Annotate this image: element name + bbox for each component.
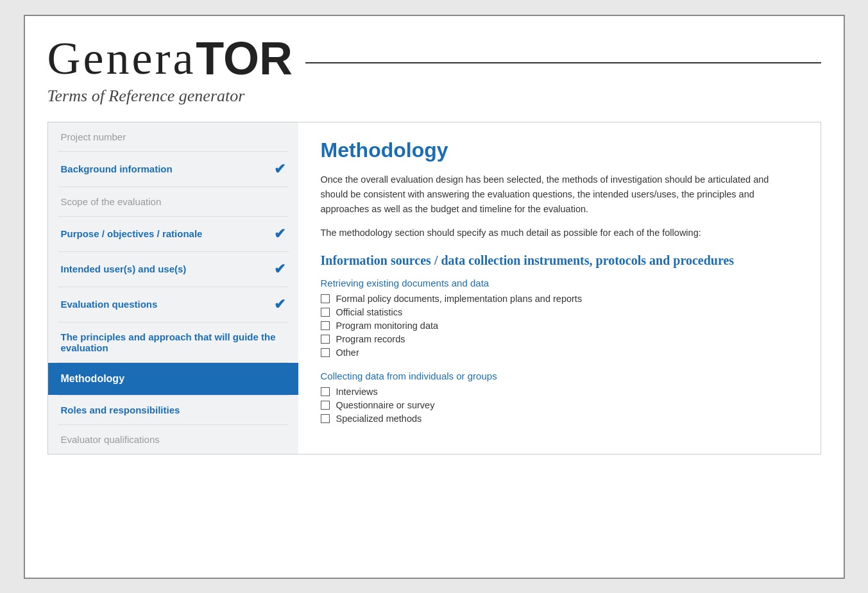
- logo-title: GeneraTOR: [47, 35, 293, 81]
- sidebar-item-principles[interactable]: The principles and approach that will gu…: [48, 322, 298, 362]
- list-item[interactable]: Program records: [321, 334, 798, 344]
- sidebar-item-background-information[interactable]: Background information ✔: [48, 152, 298, 187]
- checkbox-icon[interactable]: [321, 308, 330, 317]
- sidebar-item-purpose[interactable]: Purpose / objectives / rationale ✔: [48, 217, 298, 251]
- sidebar-item-label: Intended user(s) and use(s): [61, 263, 187, 274]
- list-item[interactable]: Official statistics: [321, 307, 798, 317]
- checkbox-icon[interactable]: [321, 321, 330, 330]
- subsection1-list: Formal policy documents, implementation …: [321, 294, 798, 358]
- sidebar-item-methodology[interactable]: Methodology: [48, 363, 298, 395]
- sidebar-item-project-number[interactable]: Project number: [48, 122, 298, 151]
- checkbox-icon[interactable]: [321, 335, 330, 344]
- list-item[interactable]: Interviews: [321, 387, 798, 397]
- checkbox-icon[interactable]: [321, 387, 330, 396]
- sidebar-item-scope[interactable]: Scope of the evaluation: [48, 187, 298, 216]
- sidebar-item-label: Purpose / objectives / rationale: [61, 228, 203, 239]
- list-item[interactable]: Other: [321, 347, 798, 358]
- outer-frame: GeneraTOR Terms of Reference generator P…: [24, 15, 845, 579]
- sidebar-item-roles[interactable]: Roles and responsibilities: [48, 396, 298, 424]
- checkmark-icon: ✔: [274, 296, 285, 313]
- main-layout: Project number Background information ✔ …: [47, 122, 821, 455]
- checkbox-icon[interactable]: [321, 348, 330, 357]
- checkbox-icon[interactable]: [321, 401, 330, 410]
- list-item[interactable]: Program monitoring data: [321, 321, 798, 331]
- list-item-label: Specialized methods: [336, 413, 422, 424]
- logo-genera: Genera: [47, 35, 196, 81]
- list-item[interactable]: Specialized methods: [321, 413, 798, 424]
- checkbox-icon[interactable]: [321, 294, 330, 303]
- logo-tor: TOR: [196, 35, 293, 81]
- list-item-label: Official statistics: [336, 307, 403, 317]
- sidebar-item-label: Evaluator qualifications: [61, 434, 160, 445]
- list-item-label: Other: [336, 347, 359, 358]
- list-item-label: Interviews: [336, 387, 378, 397]
- content-description: Once the overall evaluation design has b…: [321, 172, 798, 217]
- header-line: [305, 62, 821, 63]
- content-area: Methodology Once the overall evaluation …: [298, 122, 821, 454]
- subtitle: Terms of Reference generator: [47, 87, 821, 106]
- sidebar-item-label: The principles and approach that will gu…: [61, 331, 285, 353]
- list-item-label: Formal policy documents, implementation …: [336, 294, 583, 304]
- list-item[interactable]: Formal policy documents, implementation …: [321, 294, 798, 304]
- checkmark-icon: ✔: [274, 226, 285, 242]
- sidebar-item-label: Scope of the evaluation: [61, 196, 162, 207]
- sidebar-item-label: Evaluation questions: [61, 299, 158, 310]
- list-item-label: Questionnaire or survey: [336, 400, 435, 410]
- sidebar: Project number Background information ✔ …: [48, 122, 298, 454]
- checkmark-icon: ✔: [274, 261, 285, 278]
- content-subtext: The methodology section should specify a…: [321, 226, 798, 240]
- subsection2-list: Interviews Questionnaire or survey Speci…: [321, 387, 798, 424]
- subsection1-heading: Retrieving existing documents and data: [321, 278, 798, 288]
- sidebar-item-label: Methodology: [61, 373, 125, 384]
- sidebar-item-eval-questions[interactable]: Evaluation questions ✔: [48, 287, 298, 322]
- list-item-label: Program monitoring data: [336, 321, 439, 331]
- checkbox-icon[interactable]: [321, 414, 330, 423]
- sidebar-item-intended-users[interactable]: Intended user(s) and use(s) ✔: [48, 252, 298, 287]
- list-item[interactable]: Questionnaire or survey: [321, 400, 798, 410]
- sidebar-item-label: Background information: [61, 163, 173, 174]
- header: GeneraTOR: [47, 35, 821, 81]
- sidebar-item-evaluator-qual[interactable]: Evaluator qualifications: [48, 425, 298, 454]
- content-title: Methodology: [321, 138, 798, 162]
- sidebar-item-label: Roles and responsibilities: [61, 405, 180, 415]
- section1-heading: Information sources / data collection in…: [321, 252, 798, 269]
- list-item-label: Program records: [336, 334, 405, 344]
- sidebar-item-label: Project number: [61, 131, 126, 142]
- checkmark-icon: ✔: [274, 161, 285, 178]
- subsection2-heading: Collecting data from individuals or grou…: [321, 371, 798, 381]
